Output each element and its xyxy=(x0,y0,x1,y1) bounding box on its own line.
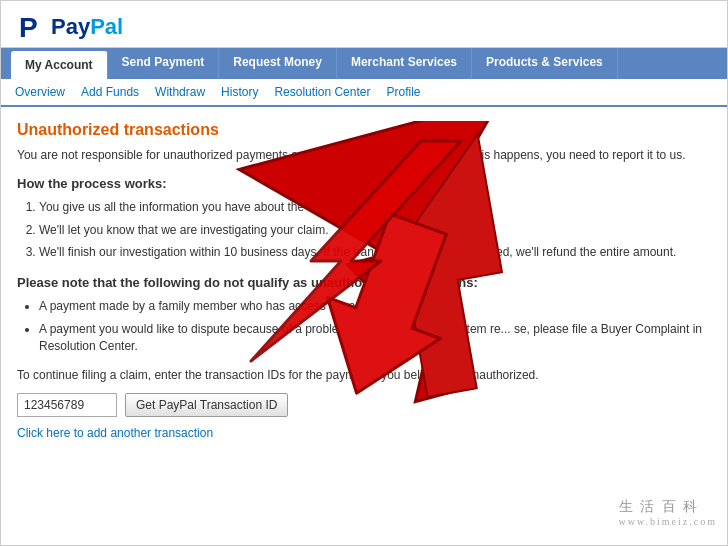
svg-text:P: P xyxy=(19,12,38,43)
process-list: You give us all the information you have… xyxy=(39,199,711,261)
intro-text: You are not responsible for unauthorized… xyxy=(17,147,711,164)
tab-merchant-services[interactable]: Merchant Services xyxy=(337,48,472,79)
tab-request-money[interactable]: Request Money xyxy=(219,48,337,79)
pay-text: Pay xyxy=(51,14,90,39)
transaction-row: Get PayPal Transaction ID xyxy=(17,393,711,417)
tab-my-account[interactable]: My Account xyxy=(11,51,108,79)
bullet-2: A payment you would like to dispute beca… xyxy=(39,321,711,355)
step-2: We'll let you know that we are investiga… xyxy=(39,222,711,239)
how-heading: How the process works: xyxy=(17,176,711,191)
main-content: Unauthorized transactions You are not re… xyxy=(1,107,727,454)
pal-text: Pal xyxy=(90,14,123,39)
sub-nav-history[interactable]: History xyxy=(221,83,258,101)
paypal-p-icon: P xyxy=(15,11,47,43)
note-heading: Please note that the following do not qu… xyxy=(17,275,711,290)
sub-nav-overview[interactable]: Overview xyxy=(15,83,65,101)
transaction-id-input[interactable] xyxy=(17,393,117,417)
page-wrapper: P PayPal My Account Send Payment Request… xyxy=(0,0,728,546)
nav-tabs: My Account Send Payment Request Money Me… xyxy=(1,48,727,79)
get-transaction-id-button[interactable]: Get PayPal Transaction ID xyxy=(125,393,288,417)
bullet-1: A payment made by a family member who ha… xyxy=(39,298,711,315)
watermark: 生 活 百 科 www.bimeiz.com xyxy=(619,498,717,527)
header: P PayPal xyxy=(1,1,727,48)
step-3: We'll finish our investigation within 10… xyxy=(39,244,711,261)
bullet-list: A payment made by a family member who ha… xyxy=(39,298,711,354)
sub-nav-withdraw[interactable]: Withdraw xyxy=(155,83,205,101)
page-title: Unauthorized transactions xyxy=(17,121,711,139)
watermark-text: 生 活 百 科 xyxy=(619,498,717,516)
sub-nav-add-funds[interactable]: Add Funds xyxy=(81,83,139,101)
paypal-logo: P PayPal xyxy=(15,11,123,43)
continue-text: To continue filing a claim, enter the tr… xyxy=(17,367,711,384)
sub-nav: Overview Add Funds Withdraw History Reso… xyxy=(1,79,727,107)
watermark-url: www.bimeiz.com xyxy=(619,516,717,527)
sub-nav-profile[interactable]: Profile xyxy=(386,83,420,101)
step-1: You give us all the information you have… xyxy=(39,199,711,216)
tab-products-services[interactable]: Products & Services xyxy=(472,48,618,79)
tab-send-payment[interactable]: Send Payment xyxy=(108,48,220,79)
add-transaction-link[interactable]: Click here to add another transaction xyxy=(17,426,213,440)
paypal-name: PayPal xyxy=(51,14,123,40)
sub-nav-resolution-center[interactable]: Resolution Center xyxy=(274,83,370,101)
